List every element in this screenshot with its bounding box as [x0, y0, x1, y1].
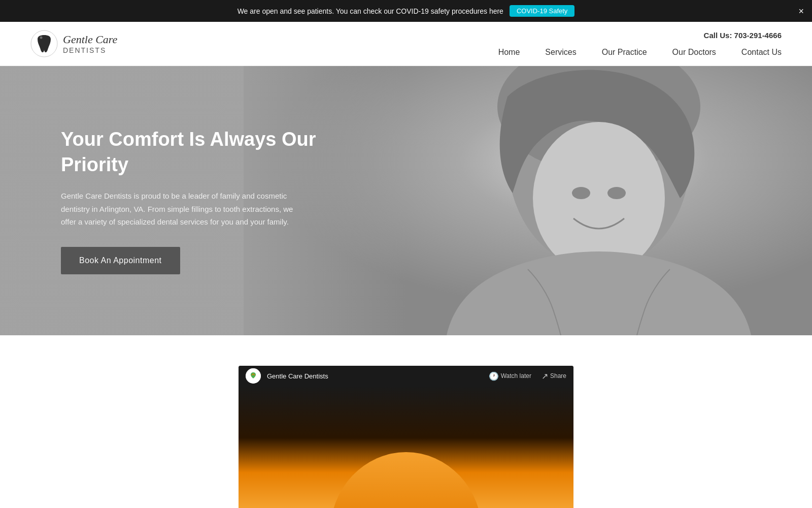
nav-services[interactable]: Services — [545, 48, 576, 57]
announcement-bar: We are open and see patients. You can ch… — [0, 0, 812, 22]
hero-section: Your Comfort Is Always Our Priority Gent… — [0, 66, 812, 335]
video-actions: 🕐 Watch later ↗ Share — [489, 371, 566, 381]
header-right: Call Us: 703-291-4666 Home Services Our … — [498, 31, 782, 57]
call-us-label: Call Us: — [704, 31, 732, 40]
video-top-bar: Gentle Care Dentists 🕐 Watch later ↗ Sha… — [239, 366, 573, 386]
brand-name-top: Gentle Care — [63, 33, 117, 46]
site-header: Gentle Care Dentists Call Us: 703-291-46… — [0, 22, 812, 66]
brand-name-bottom: Dentists — [63, 46, 117, 54]
video-channel-name: Gentle Care Dentists — [267, 372, 483, 380]
watch-later-button[interactable]: 🕐 Watch later — [489, 371, 531, 381]
close-announcement-button[interactable]: × — [798, 7, 804, 16]
video-player: Gentle Care Dentists 🕐 Watch later ↗ Sha… — [239, 366, 573, 508]
share-label: Share — [550, 372, 566, 379]
phone-number: 703-291-4666 — [734, 31, 782, 40]
svg-point-7 — [572, 187, 590, 199]
call-us: Call Us: 703-291-4666 — [704, 31, 782, 40]
announcement-text: We are open and see patients. You can ch… — [238, 7, 503, 15]
watch-later-label: Watch later — [501, 372, 531, 379]
share-icon: ↗ — [542, 371, 548, 381]
tooth-logo-icon — [30, 30, 58, 57]
svg-point-8 — [607, 187, 626, 199]
youtube-channel-logo — [246, 368, 261, 384]
nav-contact-us[interactable]: Contact Us — [741, 48, 782, 57]
hero-title: Your Comfort Is Always Our Priority — [61, 127, 330, 177]
covid-safety-button[interactable]: COVID-19 Safety — [510, 5, 574, 17]
watch-later-icon: 🕐 — [489, 371, 499, 381]
nav-our-doctors[interactable]: Our Doctors — [672, 48, 716, 57]
share-button[interactable]: ↗ Share — [542, 371, 566, 381]
nav-our-practice[interactable]: Our Practice — [602, 48, 647, 57]
logo-text: Gentle Care Dentists — [63, 33, 117, 54]
video-section: Gentle Care Dentists 🕐 Watch later ↗ Sha… — [0, 335, 812, 508]
hero-content: Your Comfort Is Always Our Priority Gent… — [0, 127, 330, 274]
main-nav: Home Services Our Practice Our Doctors C… — [498, 48, 782, 57]
hero-description: Gentle Care Dentists is proud to be a le… — [61, 189, 304, 229]
video-logo-arc — [330, 452, 482, 508]
book-appointment-button[interactable]: Book An Appointment — [61, 247, 180, 274]
video-thumbnail-area[interactable] — [239, 386, 573, 508]
logo: Gentle Care Dentists — [30, 30, 117, 57]
svg-point-1 — [40, 37, 43, 39]
nav-home[interactable]: Home — [498, 48, 520, 57]
